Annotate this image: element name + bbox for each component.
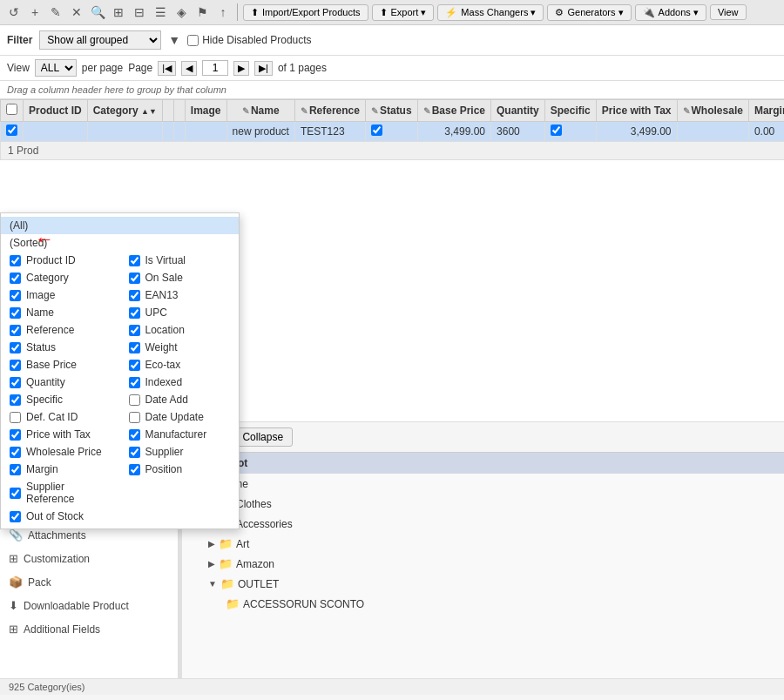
dropdown-item-weight[interactable]: Weight [120, 339, 240, 356]
column-chooser-dropdown[interactable]: (All) (Sorted) Product ID Category Image… [0, 212, 240, 529]
view-btn[interactable]: View [710, 4, 747, 20]
col-image[interactable]: Image [185, 100, 226, 122]
outlet-folder-icon: 📁 [220, 577, 234, 590]
filter-select[interactable]: Show all grouped [39, 30, 161, 50]
dropdown-item-ean13[interactable]: EAN13 [120, 286, 240, 304]
search-icon[interactable]: 🔍 [89, 3, 106, 21]
col-product-id[interactable]: Product ID [24, 100, 88, 122]
row-checkbox[interactable] [1, 122, 24, 142]
cat-home[interactable]: ▼ 🏠 Home [182, 474, 784, 494]
dropdown-item-status[interactable]: Status [1, 339, 120, 356]
col-select-all[interactable] [1, 100, 24, 122]
art-toggle[interactable]: ▶ [208, 539, 215, 549]
dropdown-item-manufacturer[interactable]: Manufacturer [120, 426, 240, 443]
dropdown-item-is-virtual[interactable]: Is Virtual [120, 252, 240, 269]
dropdown-item-indexed[interactable]: Indexed [120, 374, 240, 391]
dropdown-item-product-id[interactable]: Product ID [1, 252, 120, 269]
filter-funnel-icon[interactable]: ▼ [168, 33, 180, 47]
dropdown-item-on-sale[interactable]: On Sale [120, 269, 240, 286]
import-export-btn[interactable]: ⬆ Import/Export Products [243, 4, 368, 21]
first-page-btn[interactable]: |◀ [158, 61, 176, 76]
upload-small-icon: ⬆ [251, 7, 259, 18]
col-category[interactable]: Category ▲▼ [87, 100, 162, 122]
prev-page-btn[interactable]: ◀ [181, 61, 197, 76]
dropdown-item-supplier-ref[interactable]: Supplier Reference [1, 478, 120, 508]
dropdown-item-supplier[interactable]: Supplier [120, 443, 240, 461]
col-base-price[interactable]: ✎Base Price [417, 100, 490, 122]
col-specific[interactable]: Specific [544, 100, 596, 122]
cat-root[interactable]: ☑ 🏠 Root [182, 453, 784, 474]
main-toolbar: ↺ + ✎ ✕ 🔍 ⊞ ⊟ ☰ ◈ ⚑ ↑ ⬆ Import/Export Pr… [0, 0, 784, 25]
sidebar-item-downloadable[interactable]: ⬇ Downloadable Product [0, 594, 178, 617]
dropdown-item-out-of-stock[interactable]: Out of Stock [1, 508, 120, 525]
cat-art[interactable]: ▶ 📁 Art [182, 534, 784, 554]
next-page-btn[interactable]: ▶ [233, 61, 249, 76]
mass-changers-btn[interactable]: ⚡ Mass Changers ▾ [437, 4, 544, 21]
sidebar-item-additional-fields[interactable]: ⊞ Additional Fields [0, 617, 178, 641]
row-wholesale [677, 122, 748, 142]
hide-disabled-label[interactable]: Hide Disabled Products [187, 34, 311, 46]
cat-amazon[interactable]: ▶ 📁 Amazon [182, 554, 784, 574]
dropdown-item-specific[interactable]: Specific [1, 391, 120, 408]
col-status[interactable]: ✎Status [365, 100, 417, 122]
row-name: new product [226, 122, 294, 142]
sidebar-item-pack[interactable]: 📦 Pack [0, 570, 178, 594]
cat-amazon-label: Amazon [236, 558, 274, 570]
cat-clothes[interactable]: ▶ 📁 Clothes [182, 494, 784, 514]
sidebar-item-customization[interactable]: ⊞ Customization [0, 547, 178, 570]
cat-accessorun-sconto[interactable]: 📁 ACCESSORUN SCONTO [182, 594, 784, 614]
copy-icon[interactable]: ⊞ [110, 3, 127, 21]
flag-icon[interactable]: ⚑ [193, 3, 211, 21]
outlet-toggle[interactable]: ▼ [208, 579, 217, 589]
cat-accessorun-label: ACCESSORUN SCONTO [243, 598, 364, 610]
filter-label: Filter [7, 34, 32, 46]
col-reference[interactable]: ✎Reference [294, 100, 365, 122]
total-pages: of 1 pages [278, 62, 327, 74]
col-price-with-tax[interactable]: Price with Tax [596, 100, 677, 122]
status-bar: 925 Category(ies) [0, 678, 784, 695]
row-specific [544, 122, 596, 142]
per-page-select[interactable]: ALL [35, 59, 77, 77]
dropdown-item-price-with-tax[interactable]: Price with Tax [1, 426, 120, 443]
lightning-icon: ⚡ [445, 7, 457, 18]
amazon-toggle[interactable]: ▶ [208, 559, 215, 569]
dropdown-item-category[interactable]: Category [1, 269, 120, 286]
dropdown-item-location[interactable]: Location [120, 321, 240, 339]
addons-btn[interactable]: 🔌 Addons ▾ [635, 4, 706, 21]
dropdown-item-position[interactable]: Position [120, 461, 240, 478]
dropdown-item-upc[interactable]: UPC [120, 304, 240, 321]
dropdown-item-margin[interactable]: Margin [1, 461, 120, 478]
edit-icon[interactable]: ✎ [47, 3, 64, 21]
grid-icon[interactable]: ◈ [172, 3, 190, 21]
dropdown-item-date-add[interactable]: Date Add [120, 391, 240, 408]
pack-icon: 📦 [9, 575, 23, 589]
upload-icon[interactable]: ↑ [214, 3, 232, 21]
dropdown-item-def-cat-id[interactable]: Def. Cat ID [1, 408, 120, 426]
dropdown-item-quantity[interactable]: Quantity [1, 374, 120, 391]
export-btn[interactable]: ⬆ Export ▾ [372, 4, 435, 21]
hide-disabled-checkbox[interactable] [187, 35, 199, 46]
table-row[interactable]: new product TEST123 3,499.00 3600 3,499.… [1, 122, 785, 142]
refresh-icon[interactable]: ↺ [5, 3, 23, 21]
generators-btn[interactable]: ⚙ Generators ▾ [547, 4, 631, 21]
paste-icon[interactable]: ⊟ [131, 3, 148, 21]
dropdown-item-name[interactable]: Name [1, 304, 120, 321]
cat-accessories[interactable]: ▶ 📁 Accessories [182, 514, 784, 534]
accessorun-folder-icon: 📁 [226, 597, 240, 610]
cat-outlet[interactable]: ▼ 📁 OUTLET [182, 574, 784, 594]
add-icon[interactable]: + [26, 3, 44, 21]
dropdown-item-base-price[interactable]: Base Price [1, 356, 120, 374]
dropdown-item-reference[interactable]: Reference [1, 321, 120, 339]
dropdown-item-date-update[interactable]: Date Update [120, 408, 240, 426]
col-name[interactable]: ✎Name [226, 100, 294, 122]
last-page-btn[interactable]: ▶| [254, 61, 273, 76]
col-wholesale[interactable]: ✎Wholesale [677, 100, 748, 122]
page-input[interactable] [202, 60, 228, 76]
col-quantity[interactable]: Quantity [491, 100, 545, 122]
col-margin[interactable]: Margin [748, 100, 784, 122]
dropdown-item-wholesale-price[interactable]: Wholesale Price [1, 443, 120, 461]
dropdown-item-eco-tax[interactable]: Eco-tax [120, 356, 240, 374]
dropdown-item-image[interactable]: Image [1, 286, 120, 304]
list-icon[interactable]: ☰ [152, 3, 169, 21]
delete-icon[interactable]: ✕ [68, 3, 85, 21]
